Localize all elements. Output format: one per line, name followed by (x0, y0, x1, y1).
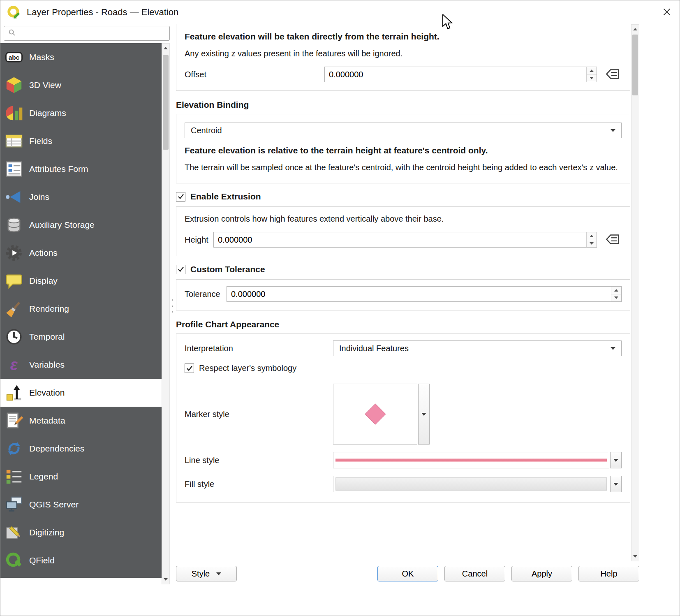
chevron-down-icon (421, 413, 426, 416)
spin-down-button[interactable] (587, 75, 597, 82)
line-style-dropdown-button[interactable] (610, 452, 622, 468)
spin-down-button[interactable] (611, 294, 621, 302)
scroll-up-arrow[interactable] (631, 25, 639, 34)
sidebar-item-fields[interactable]: Fields (0, 127, 162, 155)
respect-symbology-checkbox[interactable] (185, 364, 194, 373)
ok-button-label: OK (402, 569, 414, 579)
respect-symbology-row: Respect layer's symbology (185, 364, 622, 373)
svg-text:abc: abc (9, 54, 20, 61)
scroll-down-arrow[interactable] (631, 552, 639, 561)
offset-label: Offset (185, 70, 324, 79)
spin-up-button[interactable] (587, 232, 597, 240)
display-icon (5, 271, 23, 290)
sidebar-item-actions[interactable]: Actions (0, 239, 162, 267)
sidebar-item-metadata[interactable]: Metadata (0, 407, 162, 435)
offset-override-button[interactable] (603, 67, 622, 82)
sidebar-item-attributes-form[interactable]: Attributes Form (0, 155, 162, 183)
sidebar-item-label: QField (29, 556, 55, 565)
elevation-binding-combobox[interactable]: Centroid (185, 123, 622, 138)
sidebar-item-digitizing[interactable]: Digitizing (0, 519, 162, 547)
cancel-button-label: Cancel (462, 569, 488, 579)
tolerance-spinbox (227, 286, 622, 302)
tolerance-label: Tolerance (185, 289, 227, 299)
respect-symbology-label: Respect layer's symbology (199, 364, 296, 373)
offset-spin-buttons (586, 67, 597, 82)
terrain-height-group: Feature elevation will be taken directly… (176, 24, 630, 91)
sidebar-item-label: Digitizing (29, 528, 64, 537)
diagrams-icon (5, 104, 23, 123)
height-spinbox (213, 232, 597, 248)
offset-input[interactable] (325, 67, 586, 82)
sidebar-item-qfield[interactable]: QField (0, 547, 162, 574)
height-input[interactable] (214, 232, 586, 247)
fill-style-row: Fill style (185, 476, 622, 492)
sidebar-item-label: Display (29, 276, 58, 286)
sidebar-item-auxiliary-storage[interactable]: Auxiliary Storage (0, 211, 162, 239)
qgis-logo-icon (6, 5, 22, 20)
elevation-binding-group: Centroid Feature elevation is relative t… (176, 114, 630, 183)
height-spin-buttons (586, 232, 597, 247)
sidebar-item-joins[interactable]: Joins (0, 183, 162, 211)
ok-button[interactable]: OK (377, 566, 438, 581)
profile-chart-title: Profile Chart Appearance (176, 320, 630, 329)
chevron-down-icon (613, 459, 618, 462)
offset-row: Offset (185, 67, 622, 82)
apply-button[interactable]: Apply (511, 566, 572, 581)
tolerance-input[interactable] (227, 287, 611, 301)
scrollbar-thumb[interactable] (632, 35, 638, 95)
interpretation-row: Interpretation Individual Features (185, 340, 622, 356)
spin-down-button[interactable] (587, 240, 597, 248)
variables-icon: ε (5, 355, 23, 374)
sidebar-item-dependencies[interactable]: Dependencies (0, 435, 162, 463)
data-defined-override-icon (604, 232, 621, 248)
scroll-up-arrow[interactable] (162, 44, 169, 53)
sidebar-item-diagrams[interactable]: Diagrams (0, 99, 162, 127)
layer-properties-dialog: Layer Properties - Roads — Elevation (0, 0, 680, 616)
spin-up-button[interactable] (611, 287, 621, 294)
sidebar-item-legend[interactable]: Legend (0, 463, 162, 491)
marker-style-preview[interactable] (333, 384, 417, 445)
height-override-button[interactable] (603, 232, 622, 248)
sidebar-item-variables[interactable]: ε Variables (0, 351, 162, 379)
line-style-row: Line style (185, 452, 622, 468)
fill-style-preview[interactable] (333, 476, 609, 492)
line-symbol-swatch (335, 459, 607, 462)
combobox-value: Individual Features (339, 344, 611, 353)
search-input[interactable] (16, 28, 169, 39)
cancel-button[interactable]: Cancel (444, 566, 505, 581)
enable-extrusion-checkbox[interactable] (176, 192, 185, 201)
combobox-value: Centroid (191, 126, 611, 135)
sidebar-scrollbar[interactable] (162, 43, 170, 584)
sidebar-item-elevation[interactable]: Elevation (0, 379, 162, 407)
sidebar-item-display[interactable]: Display (0, 267, 162, 295)
chevron-down-icon (611, 129, 615, 132)
style-menu-button[interactable]: Style (176, 566, 237, 581)
help-button-label: Help (600, 569, 617, 579)
fill-style-dropdown-button[interactable] (610, 476, 622, 492)
custom-tolerance-checkbox[interactable] (176, 265, 185, 274)
sidebar-item-temporal[interactable]: Temporal (0, 323, 162, 351)
elevation-settings-panel: Feature elevation will be taken directly… (170, 24, 631, 503)
scroll-down-arrow[interactable] (162, 575, 169, 584)
custom-tolerance-row: Custom Tolerance (176, 264, 630, 274)
scrollbar-thumb[interactable] (163, 55, 169, 150)
line-style-preview[interactable] (333, 452, 609, 468)
rendering-icon (5, 299, 23, 318)
sidebar-item-masks[interactable]: abc Masks (0, 43, 162, 71)
sidebar-item-3d-view[interactable]: 3D View (0, 71, 162, 99)
terrain-note-text: Any existing z values present in the fea… (185, 48, 622, 59)
sidebar-item-label: 3D View (29, 80, 61, 90)
close-button[interactable] (659, 5, 675, 20)
chevron-down-icon (611, 347, 615, 350)
sidebar-item-qgis-server[interactable]: QGIS Server (0, 491, 162, 519)
interpretation-combobox[interactable]: Individual Features (333, 340, 622, 356)
terrain-lead-text: Feature elevation will be taken directly… (185, 32, 622, 42)
chevron-down-icon (613, 483, 618, 486)
spin-up-button[interactable] (587, 67, 597, 75)
content-scrollbar[interactable] (631, 24, 639, 561)
qfield-icon (5, 551, 23, 570)
sidebar-item-rendering[interactable]: Rendering (0, 295, 162, 323)
attributes-form-icon (5, 160, 23, 178)
marker-style-dropdown-button[interactable] (418, 384, 430, 445)
help-button[interactable]: Help (578, 566, 639, 581)
